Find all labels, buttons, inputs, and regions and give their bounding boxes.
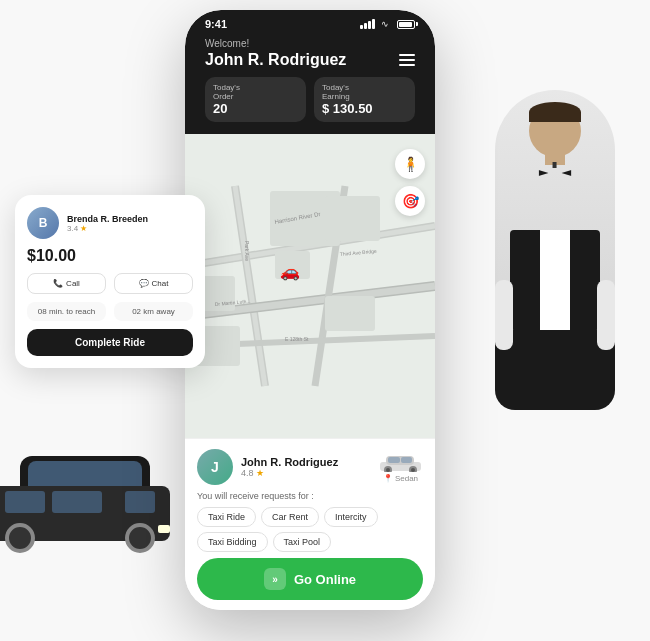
ride-card-header: B Brenda R. Breeden 3.4 ★ xyxy=(27,207,193,239)
location-icon: 📍 xyxy=(383,474,393,483)
profile-info: John R. Rodriguez 4.8 ★ xyxy=(241,456,338,478)
status-bar: 9:41 ∿ xyxy=(205,18,415,30)
rider-name: Brenda R. Breeden xyxy=(67,214,148,224)
car-type-label: 📍 Sedan xyxy=(383,474,418,483)
stats-row: Today'sOrder 20 Today'sEarning $ 130.50 xyxy=(205,77,415,122)
rider-avatar: B xyxy=(27,207,59,239)
phone-bottom: J John R. Rodriguez 4.8 ★ xyxy=(185,438,435,610)
menu-icon[interactable] xyxy=(399,54,415,66)
map-person-btn[interactable]: 🧍 xyxy=(395,149,425,179)
main-phone: 9:41 ∿ Welcome! John R. Rodrig xyxy=(185,10,435,610)
svg-rect-23 xyxy=(401,457,412,463)
driver-figure xyxy=(490,60,620,440)
chat-button[interactable]: 💬 Chat xyxy=(114,273,193,294)
car-figure xyxy=(0,441,180,561)
phone-icon: 📞 xyxy=(53,279,63,288)
earnings-value: $ 130.50 xyxy=(322,101,407,116)
car-type-info: 📍 Sedan xyxy=(378,452,423,483)
distance-info: 02 km away xyxy=(114,302,193,321)
star-icon: ★ xyxy=(256,468,264,478)
map-roads: Harrison River Dr Third Ave Bridge Dr Ma… xyxy=(185,134,435,438)
rider-rating: 3.4 ★ xyxy=(67,224,148,233)
svg-point-25 xyxy=(386,468,390,472)
call-label: Call xyxy=(66,279,80,288)
profile-name: John R. Rodriguez xyxy=(241,456,338,468)
map-location-btn[interactable]: 🎯 xyxy=(395,186,425,216)
driver-name-text: John R. Rodriguez xyxy=(205,51,346,69)
status-time: 9:41 xyxy=(205,18,227,30)
welcome-text: Welcome! xyxy=(205,38,415,49)
profile-left: J John R. Rodriguez 4.8 ★ xyxy=(197,449,338,485)
chat-label: Chat xyxy=(152,279,169,288)
rider-rating-value: 3.4 xyxy=(67,224,78,233)
tag-taxi-pool: Taxi Pool xyxy=(273,532,332,552)
orders-label: Today'sOrder xyxy=(213,83,298,101)
call-button[interactable]: 📞 Call xyxy=(27,273,106,294)
phone-header: 9:41 ∿ Welcome! John R. Rodrig xyxy=(185,10,435,134)
svg-point-27 xyxy=(411,468,415,472)
earnings-label: Today'sEarning xyxy=(322,83,407,101)
tags-row: Taxi Ride Car Rent Intercity Taxi Biddin… xyxy=(197,507,423,552)
tag-car-rent: Car Rent xyxy=(261,507,319,527)
requests-label: You will receive requests for : xyxy=(197,491,423,501)
svg-rect-12 xyxy=(325,196,380,241)
profile-row: J John R. Rodriguez 4.8 ★ xyxy=(197,449,423,485)
chevron-icon: » xyxy=(272,574,278,585)
go-online-button[interactable]: » Go Online xyxy=(197,558,423,600)
orders-value: 20 xyxy=(213,101,298,116)
sedan-icon xyxy=(378,452,423,472)
tag-intercity: Intercity xyxy=(324,507,378,527)
orders-stat: Today'sOrder 20 xyxy=(205,77,306,122)
driver-avatar xyxy=(495,90,615,410)
signal-icon xyxy=(360,19,375,29)
map-area: Harrison River Dr Third Ave Bridge Dr Ma… xyxy=(185,134,435,438)
tag-taxi-ride: Taxi Ride xyxy=(197,507,256,527)
go-online-icon: » xyxy=(264,568,286,590)
chat-icon: 💬 xyxy=(139,279,149,288)
svg-text:E 128th St: E 128th St xyxy=(285,336,309,342)
wifi-icon: ∿ xyxy=(381,19,389,29)
svg-rect-13 xyxy=(325,296,375,331)
battery-icon xyxy=(397,20,415,29)
status-icons: ∿ xyxy=(360,19,415,29)
complete-ride-button[interactable]: Complete Ride xyxy=(27,329,193,356)
profile-rating: 4.8 ★ xyxy=(241,468,338,478)
tag-taxi-bidding: Taxi Bidding xyxy=(197,532,268,552)
driver-name-header: John R. Rodriguez xyxy=(205,51,415,69)
earnings-stat: Today'sEarning $ 130.50 xyxy=(314,77,415,122)
complete-label: Complete Ride xyxy=(75,337,145,348)
map-car-marker: 🚗 xyxy=(280,262,300,281)
ride-actions: 📞 Call 💬 Chat xyxy=(27,273,193,294)
go-online-label: Go Online xyxy=(294,572,356,587)
ride-info-row: 08 min. to reach 02 km away xyxy=(27,302,193,321)
eta-info: 08 min. to reach xyxy=(27,302,106,321)
profile-avatar: J xyxy=(197,449,233,485)
ride-price: $10.00 xyxy=(27,247,193,265)
ride-card: B Brenda R. Breeden 3.4 ★ $10.00 📞 Call … xyxy=(15,195,205,368)
rider-star-icon: ★ xyxy=(80,224,87,233)
rider-info: Brenda R. Breeden 3.4 ★ xyxy=(67,214,148,233)
svg-rect-22 xyxy=(388,457,400,463)
rating-value: 4.8 xyxy=(241,468,254,478)
svg-text:Park Ave: Park Ave xyxy=(244,241,250,261)
